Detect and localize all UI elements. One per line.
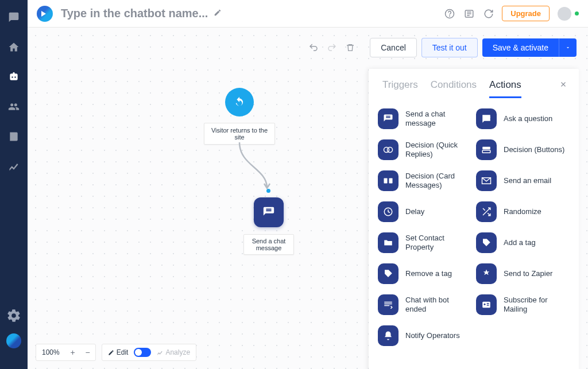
svg-rect-5 [482,147,490,150]
sidebar-home-icon[interactable] [7,40,21,54]
shuffle-icon [476,201,497,222]
edit-mode-label[interactable]: Edit [108,348,129,356]
action-delay[interactable]: Delay [378,201,471,222]
cancel-button[interactable]: Cancel [370,38,417,57]
refresh-icon[interactable] [482,7,495,20]
card-icon [378,170,399,191]
action-label: Decision (Card Messages) [405,172,471,191]
action-subscribe-mail[interactable]: Subscribe for Mailing [476,294,570,315]
quick-icon [378,139,399,160]
action-node-label: Send a chat message [243,234,294,255]
tag-icon [476,232,497,253]
zap-icon [476,263,497,284]
action-decision-card[interactable]: Decision (Card Messages) [378,170,471,191]
action-label: Ask a question [504,114,552,123]
action-label: Randomize [504,207,541,216]
help-icon[interactable] [443,7,456,20]
news-icon[interactable] [463,7,475,20]
sidebar-bot-icon[interactable] [7,70,21,84]
delete-icon[interactable] [343,41,357,55]
analyze-mode-label[interactable]: Analyze [157,348,190,356]
action-label: Send a chat message [405,110,471,129]
sidebar-analytics-icon[interactable] [7,160,21,173]
edge-connector-icon[interactable] [266,189,270,193]
sidebar-chat-icon[interactable] [7,10,21,24]
zoom-out-icon[interactable]: − [80,344,95,361]
action-node[interactable] [254,197,284,227]
question-icon [476,108,497,129]
action-set-property[interactable]: Set Contact Property [378,232,471,253]
action-label: Delay [405,207,424,216]
zoom-value: 100% [36,348,65,356]
edit-name-icon[interactable] [214,9,222,19]
action-add-tag[interactable]: Add a tag [476,232,570,253]
upgrade-button[interactable]: Upgrade [502,6,550,21]
header-bar: Upgrade [28,0,588,28]
flow-edge [238,142,273,194]
tag-icon [378,263,399,284]
side-panel: Triggers Conditions Actions Send a chat … [369,69,579,369]
test-button[interactable]: Test it out [421,38,478,57]
action-send-chat[interactable]: Send a chat message [378,108,471,129]
chatbot-name-input[interactable] [61,7,210,20]
side-panel-scroll[interactable]: Triggers Conditions Actions Send a chat … [369,69,579,369]
trigger-node-label: Visitor returns to the site [204,123,275,145]
svg-rect-8 [389,178,393,184]
action-label: Set Contact Property [405,234,471,253]
email-icon [476,170,497,191]
redo-icon [325,41,339,55]
svg-point-1 [450,15,450,16]
actions-list: Send a chat messageAsk a questionDecisio… [369,98,579,358]
trigger-node[interactable] [225,88,254,116]
canvas-toolbar: Cancel Test it out Save & activate [307,38,577,57]
mode-toggle[interactable] [134,348,151,357]
buttons-icon [476,139,497,160]
action-ask-question[interactable]: Ask a question [476,108,570,129]
save-button[interactable]: Save & activate [482,38,559,57]
bell-icon [378,325,399,346]
action-label: Add a tag [504,238,536,247]
svg-point-11 [484,304,486,305]
action-chat-ended[interactable]: Chat with bot ended [378,294,471,315]
status-indicator-icon [575,11,579,15]
subscribe-icon [476,294,497,315]
action-decision-quick[interactable]: Decision (Quick Replies) [378,139,471,160]
sidebar-settings-icon[interactable] [6,308,21,323]
action-send-zapier[interactable]: Send to Zapier [476,263,570,284]
sidebar-book-icon[interactable] [7,130,21,143]
sidebar-people-icon[interactable] [7,100,21,114]
clock-icon [378,201,399,222]
folder-icon [378,232,399,253]
action-label: Send to Zapier [504,269,552,278]
tab-triggers[interactable]: Triggers [382,79,418,98]
svg-rect-10 [482,302,490,308]
action-label: Remove a tag [405,269,452,278]
svg-point-4 [388,147,393,153]
action-label: Decision (Buttons) [504,145,564,154]
left-sidebar [0,0,28,369]
action-remove-tag[interactable]: Remove a tag [378,263,471,284]
svg-rect-6 [482,150,490,153]
user-avatar[interactable] [558,7,571,21]
action-label: Send an email [504,176,551,185]
action-label: Chat with bot ended [405,296,471,314]
action-decision-buttons[interactable]: Decision (Buttons) [476,139,570,160]
save-dropdown-icon[interactable] [559,38,577,57]
mode-switch: Edit Analyze [102,344,196,361]
close-panel-icon[interactable] [558,79,568,90]
action-notify-operators[interactable]: Notify Operators [378,325,471,346]
action-randomize[interactable]: Randomize [476,201,570,222]
action-label: Decision (Quick Replies) [405,141,471,160]
zoom-in-icon[interactable]: + [65,344,80,361]
undo-icon[interactable] [307,41,320,55]
tab-actions[interactable]: Actions [489,79,521,98]
zoom-control: 100% + − [36,344,96,361]
action-label: Notify Operators [405,331,460,340]
svg-rect-7 [384,178,388,184]
canvas[interactable]: Cancel Test it out Save & activate Visit… [28,28,588,369]
end-icon [378,294,399,315]
tab-conditions[interactable]: Conditions [431,79,477,98]
sidebar-brand-icon[interactable] [6,333,21,348]
app-logo-icon[interactable] [37,6,53,22]
action-send-email[interactable]: Send an email [476,170,570,191]
